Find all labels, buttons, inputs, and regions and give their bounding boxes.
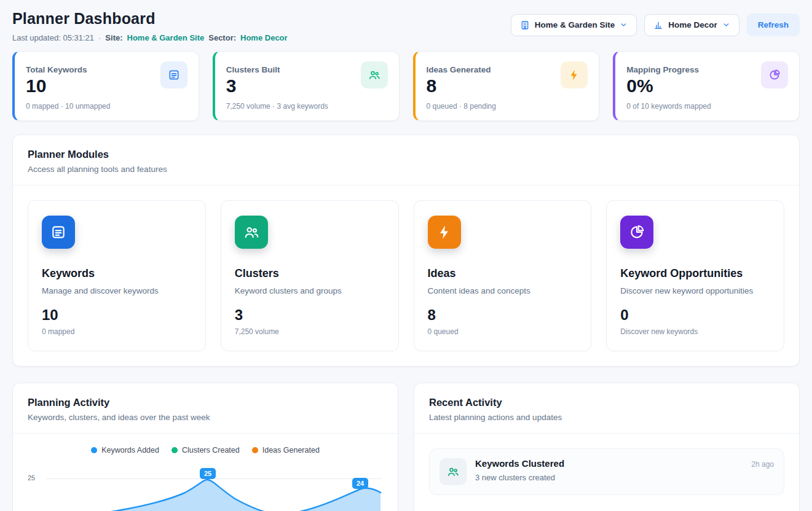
activity-item-title: Keywords Clustered [475,458,564,469]
modules-title: Planner Modules [28,149,784,160]
module-detail: Discover new keywords [620,327,770,336]
module-title: Keyword Opportunities [620,267,770,280]
stat-text: Total Keywords 10 [26,61,87,96]
stat-card-mapping-progress: Mapping Progress 0% 0 of 10 keywords map… [613,51,800,121]
legend-dot-blue [91,447,97,453]
planning-activity-card: Planning Activity Keywords, clusters, an… [12,383,398,511]
module-description: Content ideas and concepts [428,286,578,295]
stat-value: 3 [226,76,280,96]
lightning-icon [428,216,461,249]
users-icon [361,61,388,88]
module-value: 3 [235,306,385,324]
document-list-icon [160,61,187,88]
stat-detail: 7,250 volume · 3 avg keywords [226,102,388,111]
modules-subtitle: Access all planning tools and features [28,165,784,174]
meta-line: Last updated: 05:31:21 · Site: Home & Ga… [12,33,288,42]
planning-activity-title: Planning Activity [28,397,383,408]
topbar-controls: Home & Garden Site Home Decor Refresh [511,10,800,36]
module-title: Clusters [235,267,385,280]
page-title: Planner Dashboard [12,10,288,28]
activity-list-item[interactable]: Keywords Clustered 2h ago 3 new clusters… [429,448,784,495]
stat-top: Ideas Generated 8 [427,61,588,96]
module-card-keywords[interactable]: Keywords Manage and discover keywords 10… [28,200,206,351]
sector-label: Sector: [208,33,236,42]
stat-label: Clusters Built [226,61,280,74]
site-selector-label: Home & Garden Site [535,20,615,29]
recent-activity-card: Recent Activity Latest planning actions … [414,383,800,511]
activity-item-top: Keywords Clustered 2h ago [475,458,774,469]
stat-text: Clusters Built 3 [226,61,280,96]
modules-header: Planner Modules Access all planning tool… [13,135,799,185]
site-label: Site: [105,33,122,42]
bottom-row: Planning Activity Keywords, clusters, an… [12,383,800,511]
site-icon [520,20,530,30]
stat-top: Clusters Built 3 [226,61,388,96]
stat-card-ideas-generated: Ideas Generated 8 0 queued · 8 pending [413,51,600,121]
module-card-ideas[interactable]: Ideas Content ideas and concepts 8 0 que… [414,200,592,351]
data-point-label: 24 [352,478,368,489]
planning-activity-subtitle: Keywords, clusters, and ideas over the p… [28,413,383,422]
module-description: Discover new keyword opportunities [620,286,770,295]
legend-dot-green [171,447,178,453]
activity-item-description: 3 new clusters created [475,473,774,482]
module-title: Keywords [42,267,192,280]
legend-ideas-generated[interactable]: Ideas Generated [252,446,320,454]
users-icon [440,458,467,485]
pie-chart-icon [761,61,788,88]
module-description: Manage and discover keywords [42,286,192,295]
topbar: Planner Dashboard Last updated: 05:31:21… [12,10,800,42]
module-detail: 0 mapped [42,327,192,336]
sector-selector-label: Home Decor [668,20,717,29]
stat-value: 8 [427,76,491,96]
stat-label: Total Keywords [26,61,87,74]
stats-row: Total Keywords 10 0 mapped · 10 unmapped… [12,51,800,121]
sector-link[interactable]: Home Decor [240,33,288,42]
legend-label: Keywords Added [101,446,159,454]
activity-line-chart[interactable]: 25 25 24 [28,464,383,511]
modules-grid: Keywords Manage and discover keywords 10… [13,185,799,366]
sector-selector-dropdown[interactable]: Home Decor [644,14,739,36]
recent-activity-subtitle: Latest planning actions and updates [429,413,784,422]
planner-modules-section: Planner Modules Access all planning tool… [12,135,800,367]
legend-clusters-created[interactable]: Clusters Created [171,446,240,454]
refresh-button[interactable]: Refresh [747,14,800,36]
module-value: 0 [620,306,770,324]
activity-item-body: Keywords Clustered 2h ago 3 new clusters… [475,458,774,482]
module-title: Ideas [428,267,578,280]
module-card-clusters[interactable]: Clusters Keyword clusters and groups 3 7… [221,200,399,351]
last-updated-text: Last updated: 05:31:21 [12,33,94,42]
stat-card-clusters-built: Clusters Built 3 7,250 volume · 3 avg ke… [213,51,400,121]
stat-detail: 0 of 10 keywords mapped [626,102,788,111]
module-detail: 7,250 volume [235,327,385,336]
data-point-label: 25 [200,468,216,479]
chevron-down-icon [620,21,628,29]
lightning-icon [561,61,588,88]
legend-dot-orange [252,447,258,453]
stat-top: Mapping Progress 0% [626,61,788,96]
recent-activity-header: Recent Activity Latest planning actions … [414,383,799,434]
stat-value: 10 [26,76,87,96]
site-selector-dropdown[interactable]: Home & Garden Site [511,14,637,36]
recent-activity-title: Recent Activity [429,397,784,408]
pie-chart-icon [620,216,653,249]
stat-value: 0% [626,76,699,96]
planning-activity-header: Planning Activity Keywords, clusters, an… [13,383,398,434]
stat-text: Mapping Progress 0% [626,61,699,96]
document-list-icon [42,216,75,249]
users-icon [235,216,268,249]
stat-label: Mapping Progress [626,61,699,74]
stat-card-total-keywords: Total Keywords 10 0 mapped · 10 unmapped [12,51,199,121]
legend-label: Clusters Created [182,446,240,454]
chart-legend: Keywords Added Clusters Created Ideas Ge… [13,434,398,459]
meta-separator: · [98,33,101,42]
topbar-left: Planner Dashboard Last updated: 05:31:21… [12,10,288,42]
legend-keywords-added[interactable]: Keywords Added [91,446,159,454]
stat-label: Ideas Generated [427,61,491,74]
stat-detail: 0 mapped · 10 unmapped [26,102,187,111]
site-link[interactable]: Home & Garden Site [127,33,205,42]
activity-item-timestamp: 2h ago [751,460,774,469]
module-card-keyword-opportunities[interactable]: Keyword Opportunities Discover new keywo… [606,200,784,351]
module-detail: 0 queued [428,327,578,336]
chevron-down-icon [722,21,730,29]
module-description: Keyword clusters and groups [235,286,385,295]
